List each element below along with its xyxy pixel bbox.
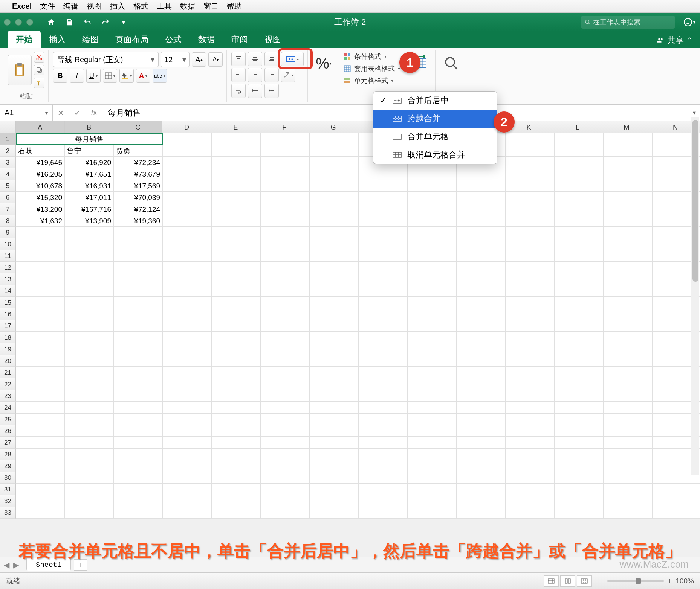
cell[interactable] (506, 437, 555, 449)
cell[interactable] (310, 133, 359, 145)
cell[interactable] (555, 238, 604, 250)
cell[interactable] (506, 460, 555, 472)
cell[interactable] (310, 227, 359, 238)
cell[interactable] (604, 157, 653, 168)
cell[interactable] (163, 308, 212, 320)
cell[interactable] (310, 320, 359, 332)
cell[interactable] (408, 180, 457, 192)
cell[interactable] (359, 332, 408, 343)
cell[interactable] (359, 215, 408, 227)
cell[interactable] (16, 238, 65, 250)
cell[interactable] (114, 425, 163, 437)
cell[interactable] (408, 168, 457, 180)
cell[interactable] (359, 238, 408, 250)
menu-view[interactable]: 视图 (87, 1, 102, 11)
cell[interactable] (555, 215, 604, 227)
cell[interactable] (555, 297, 604, 308)
align-left-icon[interactable] (231, 68, 246, 82)
cell[interactable] (65, 378, 114, 390)
table-format-button[interactable]: 套用表格格式▾ (344, 64, 400, 73)
cell[interactable] (555, 180, 604, 192)
cell[interactable] (212, 332, 261, 343)
sheet-next-icon[interactable]: ▶ (13, 560, 19, 569)
cell[interactable] (163, 215, 212, 227)
cell[interactable] (506, 378, 555, 390)
cell[interactable] (555, 472, 604, 484)
zoom-slider[interactable] (607, 580, 664, 582)
row-header[interactable]: 18 (0, 332, 16, 343)
paste-button[interactable] (8, 55, 32, 85)
cell[interactable]: ¥16,931 (65, 180, 114, 192)
cell[interactable] (457, 355, 506, 367)
cell[interactable] (457, 378, 506, 390)
cell[interactable] (114, 250, 163, 262)
cell[interactable] (65, 484, 114, 495)
row-header[interactable]: 27 (0, 437, 16, 449)
cell[interactable] (65, 425, 114, 437)
cell[interactable]: ¥19,360 (114, 215, 163, 227)
cell[interactable] (604, 343, 653, 355)
tab-draw[interactable]: 绘图 (74, 31, 107, 48)
cell[interactable] (408, 297, 457, 308)
cell[interactable] (359, 414, 408, 425)
cell[interactable] (408, 402, 457, 414)
cell[interactable] (457, 250, 506, 262)
cell[interactable] (555, 460, 604, 472)
menu-file[interactable]: 文件 (40, 1, 55, 11)
increase-font-icon[interactable]: A▴ (192, 52, 206, 67)
cell[interactable] (310, 168, 359, 180)
cell[interactable] (555, 343, 604, 355)
cell[interactable] (359, 180, 408, 192)
cell[interactable] (359, 460, 408, 472)
row-header[interactable]: 25 (0, 414, 16, 425)
cell[interactable] (16, 285, 65, 297)
cell[interactable] (408, 320, 457, 332)
cell[interactable] (604, 507, 653, 519)
cell[interactable] (408, 250, 457, 262)
cell[interactable] (359, 425, 408, 437)
row-header[interactable]: 29 (0, 460, 16, 472)
row-header[interactable]: 8 (0, 215, 16, 227)
align-center-icon[interactable] (248, 68, 262, 82)
cell[interactable] (604, 378, 653, 390)
cell[interactable] (506, 484, 555, 495)
menu-tools[interactable]: 工具 (157, 1, 172, 11)
cell[interactable] (359, 449, 408, 460)
cell[interactable] (261, 484, 310, 495)
cell[interactable] (604, 133, 653, 145)
cell[interactable] (163, 378, 212, 390)
cell[interactable] (604, 460, 653, 472)
cell[interactable] (604, 367, 653, 378)
search-input[interactable]: 在工作表中搜索 (581, 16, 675, 29)
cell[interactable] (408, 367, 457, 378)
cell[interactable] (261, 157, 310, 168)
cell[interactable] (163, 437, 212, 449)
row-header[interactable]: 22 (0, 378, 16, 390)
cell[interactable]: ¥72,234 (114, 157, 163, 168)
cell[interactable] (212, 145, 261, 157)
cell[interactable] (408, 390, 457, 402)
cell[interactable] (16, 495, 65, 507)
cell[interactable]: ¥13,909 (65, 215, 114, 227)
cell[interactable] (310, 145, 359, 157)
cell[interactable] (310, 215, 359, 227)
cell[interactable] (261, 355, 310, 367)
cell[interactable] (16, 378, 65, 390)
cell[interactable] (212, 355, 261, 367)
col-header[interactable]: G (309, 121, 358, 133)
cell[interactable] (506, 495, 555, 507)
cell[interactable] (163, 402, 212, 414)
cell[interactable] (359, 472, 408, 484)
cell[interactable] (16, 472, 65, 484)
cell[interactable]: ¥17,569 (114, 180, 163, 192)
cell[interactable] (163, 507, 212, 519)
cell[interactable] (114, 449, 163, 460)
cell[interactable] (65, 460, 114, 472)
cell[interactable]: ¥10,678 (16, 180, 65, 192)
cell[interactable] (310, 390, 359, 402)
cell[interactable] (408, 262, 457, 273)
cell[interactable] (310, 437, 359, 449)
row-header[interactable]: 20 (0, 355, 16, 367)
cell[interactable] (604, 285, 653, 297)
merge-cells-item[interactable]: 合并单元格 (373, 128, 497, 146)
